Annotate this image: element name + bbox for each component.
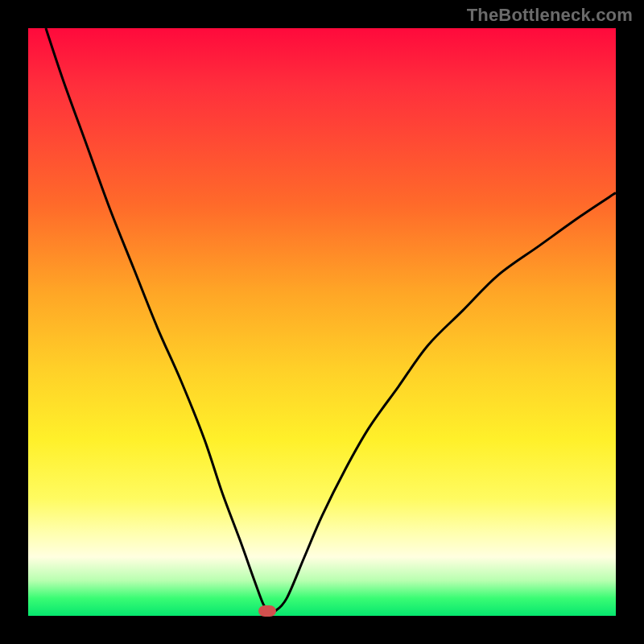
bottleneck-curve — [28, 28, 616, 616]
minimum-marker — [258, 605, 276, 617]
chart-frame: TheBottleneck.com — [0, 0, 644, 644]
watermark-text: TheBottleneck.com — [467, 5, 633, 26]
plot-area — [28, 28, 616, 616]
curve-path — [46, 28, 616, 613]
